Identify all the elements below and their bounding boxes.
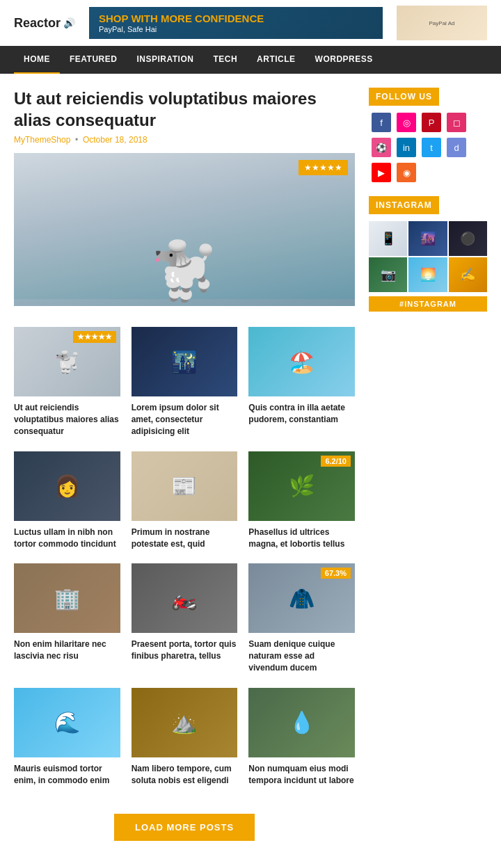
instagram-link[interactable]: #INSTAGRAM (369, 296, 487, 312)
article-grid-row-2: 🏢Non enim hilaritare nec lascivia nec ri… (14, 563, 355, 673)
card-image: 📰 (132, 451, 238, 521)
social-icon-flickr[interactable]: ◎ (397, 113, 416, 132)
card-image: 🏢 (14, 563, 120, 633)
sidebar: FOLLOW US f◎P◻⚽intd▶◉ INSTAGRAM 📱 🌆 ⚫ 📷 … (369, 88, 487, 862)
card-title: Non enim hilaritare nec lascivia nec ris… (14, 638, 120, 662)
nav-item-wordpress: WORDPRESS (305, 46, 383, 74)
article-card: 🏖️Quis contra in illa aetate pudorem, co… (248, 327, 355, 437)
logo-text: Reactor (14, 16, 61, 31)
social-icon-dribbble[interactable]: ⚽ (372, 138, 391, 157)
insta-thumb-5: 🌅 (408, 257, 447, 292)
card-image-wrap: 🧥67.3% (248, 563, 355, 633)
nav-link-inspiration[interactable]: INSPIRATION (127, 46, 203, 72)
article-card: 📰Primum in nostrane potestate est, quid (132, 451, 238, 550)
card-title: Praesent porta, tortor quis finibus phar… (132, 638, 238, 662)
card-image-wrap: 🌃 (132, 327, 238, 396)
social-icon-facebook[interactable]: f (372, 113, 391, 132)
logo-icon: 🔊 (63, 17, 75, 29)
nav-item-tech: TECH (203, 46, 247, 74)
insta-thumb-1: 📱 (369, 221, 407, 256)
card-image: 🏍️ (132, 563, 238, 633)
follow-widget: FOLLOW US f◎P◻⚽intd▶◉ (369, 88, 487, 182)
main-content: Ut aut reiciendis voluptatibus maiores a… (14, 88, 355, 862)
featured-title: Ut aut reiciendis voluptatibus maiores a… (14, 88, 355, 131)
nav-item-featured: FEATURED (60, 46, 127, 74)
featured-image-wrap: 🐩 ★★★★★ (14, 153, 355, 306)
insta-thumb-6: ✍ (449, 257, 487, 292)
article-card: 🌿6.2/10Phasellus id ultrices magna, et l… (248, 451, 355, 550)
card-image-wrap: 🌿6.2/10 (248, 451, 355, 521)
article-card: 👩Luctus ullam in nibh non tortor commodo… (14, 451, 120, 550)
instagram-widget: INSTAGRAM 📱 🌆 ⚫ 📷 🌅 ✍ #INSTAGRAM (369, 196, 487, 312)
social-icon-twitter[interactable]: t (422, 138, 441, 157)
featured-meta: MyThemeShop • October 18, 2018 (14, 135, 355, 145)
card-image: 👩 (14, 451, 120, 521)
card-title: Primum in nostrane potestate est, quid (132, 527, 238, 550)
card-title: Suam denique cuique naturam esse ad vive… (248, 638, 355, 673)
main-nav: HOMEFEATUREDINSPIRATIONTECHARTICLEWORDPR… (0, 46, 501, 74)
banner-title: SHOP WITH MORE CONFIDENCE (99, 13, 373, 25)
insta-thumb-4: 📷 (369, 257, 407, 292)
social-icon-rss[interactable]: ◉ (397, 163, 416, 182)
card-title: Lorem ipsum dolor sit amet, consectetur … (132, 402, 238, 437)
header-ad: PayPal Ad (397, 6, 487, 40)
article-grid-row-0: 🐩★★★★★Ut aut reiciendis voluptatibus mai… (14, 327, 355, 437)
nav-link-featured[interactable]: FEATURED (60, 46, 127, 72)
nav-link-tech[interactable]: TECH (203, 46, 247, 72)
article-card: 🧥67.3%Suam denique cuique naturam esse a… (248, 563, 355, 673)
card-image: 🌊 (14, 688, 120, 757)
card-image-wrap: 👩 (14, 451, 120, 521)
nav-item-article: ARTICLE (247, 46, 305, 74)
card-badge: ★★★★★ (73, 331, 116, 343)
card-title: Ut aut reiciendis voluptatibus maiores a… (14, 402, 120, 437)
header-banner: SHOP WITH MORE CONFIDENCE PayPal, Safe H… (89, 7, 383, 39)
article-card: 🏢Non enim hilaritare nec lascivia nec ri… (14, 563, 120, 673)
card-image-wrap: 🌊 (14, 688, 120, 757)
card-image-wrap: 🏢 (14, 563, 120, 633)
featured-author: MyThemeShop (14, 135, 70, 145)
insta-thumb-2: 🌆 (408, 221, 447, 256)
card-title: Nam libero tempore, cum soluta nobis est… (132, 763, 238, 787)
nav-link-article[interactable]: ARTICLE (247, 46, 305, 72)
featured-rating-badge: ★★★★★ (299, 160, 348, 175)
social-icon-linkedin[interactable]: in (397, 138, 416, 157)
featured-image: 🐩 (14, 153, 355, 306)
site-logo[interactable]: Reactor 🔊 (14, 16, 75, 31)
card-badge: 67.3% (321, 568, 351, 579)
card-image: ⛰️ (132, 688, 238, 757)
article-card: 🐩★★★★★Ut aut reiciendis voluptatibus mai… (14, 327, 120, 437)
card-image: 💧 (248, 688, 355, 757)
nav-link-home[interactable]: HOME (14, 46, 60, 74)
card-image: 🏖️ (248, 327, 355, 396)
banner-sub: PayPal, Safe Hai (99, 25, 373, 33)
card-image-wrap: 🐩★★★★★ (14, 327, 120, 396)
card-title: Mauris euismod tortor enim, in commodo e… (14, 763, 120, 787)
load-more-section: LOAD MORE POSTS (14, 800, 355, 862)
card-title: Quis contra in illa aetate pudorem, cons… (248, 402, 355, 426)
nav-item-home: HOME (14, 46, 60, 74)
social-icon-instagram[interactable]: ◻ (447, 113, 466, 132)
nav-item-inspiration: INSPIRATION (127, 46, 203, 74)
social-icon-youtube[interactable]: ▶ (372, 163, 391, 182)
card-title: Luctus ullam in nibh non tortor commodo … (14, 527, 120, 550)
card-title: Phasellus id ultrices magna, et lobortis… (248, 527, 355, 550)
article-card: 🌃Lorem ipsum dolor sit amet, consectetur… (132, 327, 238, 437)
featured-dog-emoji: 🐩 (150, 243, 219, 299)
card-image-wrap: ⛰️ (132, 688, 238, 757)
load-more-button[interactable]: LOAD MORE POSTS (114, 814, 255, 841)
card-title: Non numquam eius modi tempora incidunt u… (248, 763, 355, 787)
social-icon-discord[interactable]: d (447, 138, 466, 157)
article-card: 💧Non numquam eius modi tempora incidunt … (248, 688, 355, 787)
card-badge: 6.2/10 (321, 456, 351, 467)
card-image-wrap: 🏍️ (132, 563, 238, 633)
card-image-wrap: 📰 (132, 451, 238, 521)
instagram-widget-title: INSTAGRAM (369, 196, 439, 214)
social-icon-pinterest[interactable]: P (422, 113, 441, 132)
nav-link-wordpress[interactable]: WORDPRESS (305, 46, 383, 72)
card-image: 🌃 (132, 327, 238, 396)
article-card: 🏍️Praesent porta, tortor quis finibus ph… (132, 563, 238, 673)
follow-widget-title: FOLLOW US (369, 88, 439, 106)
featured-date: October 18, 2018 (83, 135, 148, 145)
instagram-grid: 📱 🌆 ⚫ 📷 🌅 ✍ (369, 221, 487, 292)
card-image-wrap: 💧 (248, 688, 355, 757)
